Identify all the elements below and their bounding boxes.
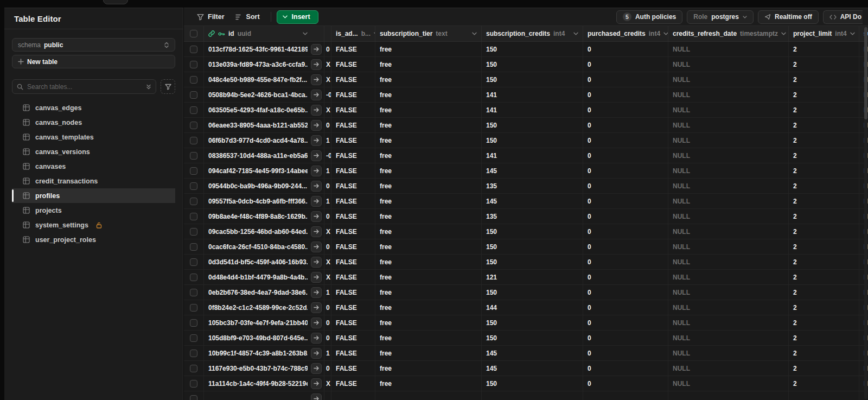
- row-checkbox[interactable]: [190, 274, 197, 281]
- cell-is-admin[interactable]: FALSE: [331, 103, 375, 117]
- role-select-button[interactable]: Role postgres: [687, 10, 754, 24]
- cell-purchased-credits[interactable]: 0: [583, 57, 668, 72]
- row-checkbox[interactable]: [190, 365, 197, 372]
- cell-project-limit[interactable]: 2: [789, 209, 859, 224]
- row-checkbox-cell[interactable]: [184, 72, 204, 87]
- column-header-is-admin[interactable]: is_ad... b...: [331, 26, 375, 41]
- cell-subscription-tier[interactable]: free: [375, 42, 482, 56]
- cell-is-admin[interactable]: [331, 391, 375, 400]
- row-checkbox[interactable]: [190, 380, 197, 388]
- cell-project-limit[interactable]: 2: [789, 194, 859, 208]
- cell-clipped[interactable]: [324, 391, 331, 400]
- column-header-purchased-credits[interactable]: purchased_credits int4: [583, 26, 668, 41]
- select-all-checkbox[interactable]: [190, 30, 197, 37]
- expand-row-button[interactable]: [311, 150, 322, 161]
- cell-credits-refresh-date[interactable]: NULL: [668, 163, 789, 178]
- cell-subscription-credits[interactable]: 145: [482, 346, 583, 360]
- cell-clipped[interactable]: X: [324, 255, 331, 269]
- cell-id[interactable]: 013e039a-fd89-473a-a3c6-ccfa9...: [204, 57, 324, 72]
- row-checkbox-cell[interactable]: [184, 57, 204, 72]
- cell-is-admin[interactable]: FALSE: [331, 300, 375, 315]
- row-checkbox-cell[interactable]: [184, 163, 204, 178]
- cell-subscription-tier[interactable]: free: [375, 315, 482, 330]
- row-checkbox[interactable]: [190, 289, 197, 296]
- row-checkbox[interactable]: [190, 46, 197, 53]
- cell-project-limit[interactable]: 2: [789, 346, 859, 360]
- cell-subscription-credits[interactable]: 150: [482, 376, 583, 391]
- cell-id[interactable]: 048c4e50-b989-455e-847e-fb2f...: [204, 72, 324, 87]
- cell-project-limit[interactable]: 2: [789, 133, 859, 148]
- cell-subscription-credits[interactable]: 150: [482, 255, 583, 269]
- expand-row-button[interactable]: [311, 363, 322, 374]
- cell-clipped[interactable]: 0: [324, 179, 331, 193]
- cell-purchased-credits[interactable]: 0: [583, 376, 668, 391]
- cell-id[interactable]: 105bc3b7-03fe-4e7f-9efa-21bb40...: [204, 315, 324, 330]
- cell-credits-refresh-date[interactable]: NULL: [668, 300, 789, 315]
- cell-subscription-credits[interactable]: 145: [482, 194, 583, 208]
- cell-clipped[interactable]: 0: [324, 300, 331, 315]
- cell-is-admin[interactable]: FALSE: [331, 57, 375, 72]
- expand-row-button[interactable]: [311, 211, 322, 222]
- cell-subscription-credits[interactable]: 145: [482, 361, 583, 376]
- expand-row-button[interactable]: [311, 90, 322, 100]
- sidebar-item-canvas_templates[interactable]: canvas_templates: [12, 130, 175, 144]
- cell-subscription-credits[interactable]: 150: [482, 57, 583, 72]
- row-checkbox[interactable]: [190, 137, 197, 144]
- row-checkbox-cell[interactable]: [184, 391, 204, 400]
- cell-credits-refresh-date[interactable]: NULL: [668, 209, 789, 224]
- cell-subscription-tier[interactable]: free: [375, 255, 482, 269]
- cell-subscription-tier[interactable]: free: [375, 209, 482, 224]
- row-checkbox-cell[interactable]: [184, 331, 204, 345]
- cell-is-admin[interactable]: FALSE: [331, 331, 375, 345]
- cell-purchased-credits[interactable]: 0: [583, 87, 668, 102]
- cell-clipped[interactable]: 1: [324, 285, 331, 300]
- expand-row-button[interactable]: [311, 302, 322, 313]
- expand-row-button[interactable]: [311, 393, 322, 400]
- cell-purchased-credits[interactable]: 0: [583, 300, 668, 315]
- cell-subscription-tier[interactable]: free: [375, 87, 482, 102]
- expand-row-button[interactable]: [311, 181, 322, 192]
- api-docs-button[interactable]: API Do: [823, 10, 863, 24]
- cell-subscription-credits[interactable]: 135: [482, 209, 583, 224]
- cell-purchased-credits[interactable]: 0: [583, 179, 668, 193]
- expand-row-button[interactable]: [311, 59, 322, 70]
- row-checkbox-cell[interactable]: [184, 376, 204, 391]
- row-checkbox-cell[interactable]: [184, 239, 204, 254]
- table-filter-button[interactable]: [161, 79, 175, 94]
- cell-subscription-credits[interactable]: 150: [482, 72, 583, 87]
- cell-subscription-tier[interactable]: [375, 391, 482, 400]
- sidebar-item-profiles[interactable]: profiles: [12, 188, 175, 203]
- row-checkbox[interactable]: [190, 304, 197, 312]
- cell-clipped[interactable]: X: [324, 103, 331, 117]
- cell-is-admin[interactable]: FALSE: [331, 72, 375, 87]
- vertical-scrollbar[interactable]: [864, 27, 867, 399]
- sidebar-item-canvas_versions[interactable]: canvas_versions: [12, 144, 175, 159]
- cell-subscription-credits[interactable]: 141: [482, 148, 583, 163]
- cell-credits-refresh-date[interactable]: NULL: [668, 148, 789, 163]
- cell-subscription-tier[interactable]: free: [375, 103, 482, 117]
- cell-clipped[interactable]: 0: [324, 42, 331, 56]
- chevron-down-icon[interactable]: [472, 32, 477, 35]
- row-checkbox-cell[interactable]: [184, 103, 204, 117]
- cell-clipped[interactable]: -0: [324, 148, 331, 163]
- row-checkbox[interactable]: [190, 122, 197, 129]
- cell-credits-refresh-date[interactable]: NULL: [668, 103, 789, 117]
- cell-id[interactable]: 09b8ae4e-f48c-4f89-8a8c-1629b...: [204, 209, 324, 224]
- column-header-credits-refresh-date[interactable]: credits_refresh_date timestamptz: [668, 26, 789, 41]
- expand-row-button[interactable]: [311, 226, 322, 237]
- row-checkbox-cell[interactable]: [184, 346, 204, 360]
- row-checkbox[interactable]: [190, 61, 197, 68]
- cell-purchased-credits[interactable]: 0: [583, 103, 668, 117]
- realtime-button[interactable]: Realtime off: [758, 10, 819, 24]
- cell-is-admin[interactable]: FALSE: [331, 163, 375, 178]
- cell-id[interactable]: 08386537-10d4-488a-a11e-eb5a6...: [204, 148, 324, 163]
- cell-purchased-credits[interactable]: 0: [583, 72, 668, 87]
- cell-id[interactable]: 013cf78d-1625-43fc-9961-442189...: [204, 42, 324, 56]
- cell-credits-refresh-date[interactable]: NULL: [668, 361, 789, 376]
- expand-row-button[interactable]: [311, 74, 322, 85]
- cell-clipped[interactable]: 0: [324, 239, 331, 254]
- row-checkbox[interactable]: [190, 152, 197, 160]
- row-checkbox-cell[interactable]: [184, 42, 204, 56]
- cell-clipped[interactable]: X: [324, 376, 331, 391]
- cell-is-admin[interactable]: FALSE: [331, 239, 375, 254]
